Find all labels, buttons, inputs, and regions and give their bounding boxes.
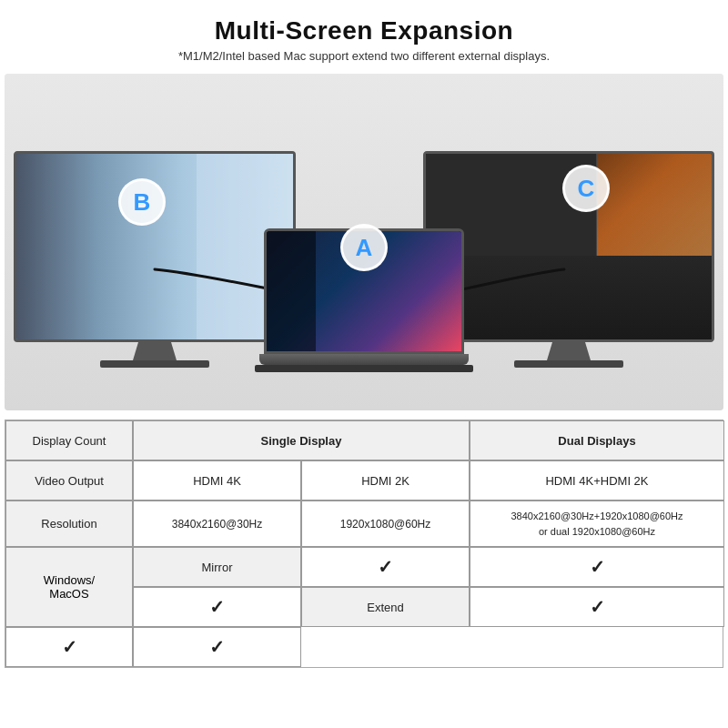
subtitle: *M1/M2/Intel based Mac support extend tw… — [178, 49, 550, 63]
monitor-container: A B C — [5, 74, 723, 410]
display-count-label: Display Count — [5, 420, 133, 460]
image-area: A B C — [5, 74, 723, 410]
resolution-dual: 3840x2160@30Hz+1920x1080@60Hz or dual 19… — [470, 500, 724, 547]
extend-check-col1: ✓ — [470, 587, 724, 627]
video-output-dual: HDMI 4K+HDMI 2K — [470, 460, 724, 500]
badge-a: A — [340, 224, 388, 271]
monitor-c-base — [514, 360, 623, 368]
mirror-check-col3: ✓ — [133, 587, 301, 627]
single-display-header: Single Display — [133, 420, 470, 460]
mirror-label: Mirror — [133, 547, 301, 587]
badge-b: B — [118, 178, 166, 226]
table-section: Display Count Single Display Dual Displa… — [5, 420, 723, 668]
monitor-b-stand — [127, 342, 182, 360]
laptop-base — [259, 354, 469, 365]
monitor-b-base — [100, 360, 209, 368]
dual-display-header: Dual Displays — [470, 420, 724, 460]
extend-label: Extend — [301, 587, 470, 627]
page: Multi-Screen Expansion *M1/M2/Intel base… — [0, 0, 728, 728]
header: Multi-Screen Expansion *M1/M2/Intel base… — [160, 0, 568, 66]
video-output-hdmi2k: HDMI 2K — [301, 460, 470, 500]
badge-c: C — [562, 165, 610, 212]
extend-check-col2: ✓ — [5, 627, 133, 667]
main-title: Multi-Screen Expansion — [178, 16, 550, 46]
mirror-check-col2: ✓ — [470, 547, 724, 587]
mirror-check-col1: ✓ — [301, 547, 470, 587]
table-grid: Display Count Single Display Dual Displa… — [5, 420, 723, 667]
laptop-bottom — [255, 365, 473, 372]
video-output-label: Video Output — [5, 460, 133, 500]
windows-macos-label: Windows/ MacOS — [5, 547, 133, 627]
resolution-label: Resolution — [5, 500, 133, 547]
resolution-4k: 3840x2160@30Hz — [133, 500, 301, 547]
extend-check-col3: ✓ — [133, 627, 301, 667]
monitor-b-screen — [14, 151, 296, 342]
resolution-2k: 1920x1080@60Hz — [301, 500, 470, 547]
video-output-hdmi4k: HDMI 4K — [133, 460, 301, 500]
monitor-c-stand — [541, 342, 596, 360]
